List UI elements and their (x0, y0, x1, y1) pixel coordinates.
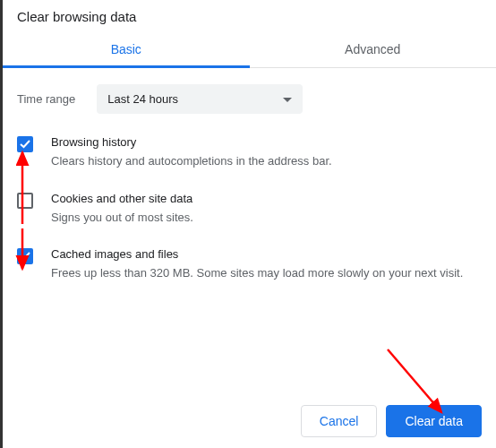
checkbox-cache[interactable] (17, 248, 33, 264)
tab-basic[interactable]: Basic (3, 30, 250, 67)
option-cache: Cached images and files Frees up less th… (17, 247, 482, 282)
option-cookies: Cookies and other site data Signs you ou… (17, 192, 482, 227)
checkbox-browsing-history[interactable] (17, 136, 33, 152)
time-range-label: Time range (17, 92, 75, 106)
time-range-value: Last 24 hours (107, 92, 178, 106)
option-desc: Signs you out of most sites. (51, 209, 482, 227)
cancel-button[interactable]: Cancel (301, 405, 378, 437)
time-range-row: Time range Last 24 hours (3, 68, 496, 123)
time-range-select[interactable]: Last 24 hours (97, 84, 303, 114)
dialog-title: Clear browsing data (3, 0, 496, 24)
tab-advanced[interactable]: Advanced (250, 30, 497, 67)
options-list: Browsing history Clears history and auto… (3, 123, 496, 282)
option-title: Cached images and files (51, 247, 482, 261)
chevron-down-icon (283, 92, 292, 106)
option-desc: Clears history and autocompletions in th… (51, 152, 482, 170)
svg-line-2 (388, 349, 441, 412)
dialog-footer: Cancel Clear data (301, 405, 482, 437)
tab-bar: Basic Advanced (3, 30, 496, 68)
clear-data-button[interactable]: Clear data (386, 405, 482, 437)
option-browsing-history: Browsing history Clears history and auto… (17, 135, 482, 170)
option-desc: Frees up less than 320 MB. Some sites ma… (51, 264, 482, 282)
checkbox-cookies[interactable] (17, 193, 33, 209)
option-title: Browsing history (51, 135, 482, 149)
option-title: Cookies and other site data (51, 192, 482, 205)
